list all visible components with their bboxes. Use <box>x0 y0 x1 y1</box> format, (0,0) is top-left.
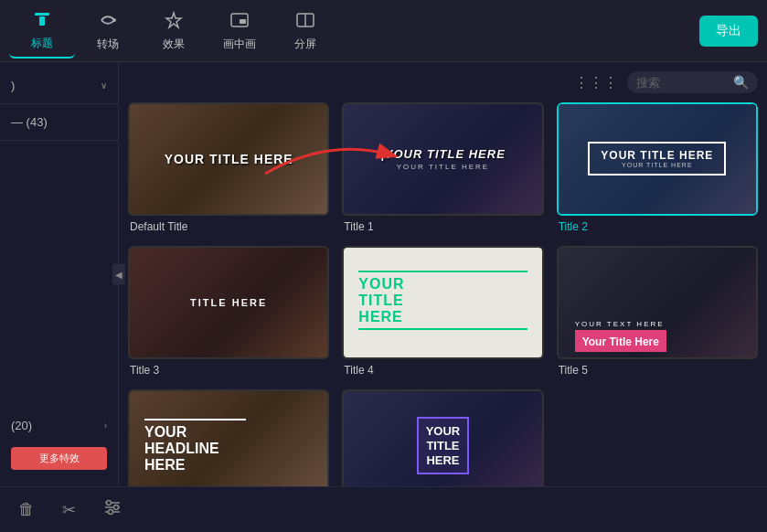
thumb-box-4: YOURTITLEHERE <box>351 263 534 341</box>
sidebar-divider-2 <box>0 140 118 141</box>
thumb-text-5: Your Title Here <box>582 335 659 348</box>
sidebar-section-1[interactable]: ) ∨ <box>0 71 118 100</box>
card-label-1: Title 1 <box>342 220 543 233</box>
thumb-toptext-5: YOUR TEXT HERE <box>575 320 665 328</box>
export-button[interactable]: 导出 <box>699 16 758 47</box>
title-card-5[interactable]: YOUR TEXT HERE Your Title Here Title 5 <box>557 246 758 377</box>
thumb-line-4b <box>358 328 527 330</box>
main-area: ) ∨ — (43) (20) › 更多特效 ◀ ⋮⋮⋮ 🔍 <box>0 62 767 486</box>
search-icon[interactable]: 🔍 <box>733 75 749 90</box>
thumb-line-6 <box>144 419 246 420</box>
title-card-6[interactable]: YOURHEADLINEHERE <box>128 389 329 486</box>
thumb-overlay-6: YOURHEADLINEHERE <box>130 391 327 486</box>
thumb-subtext-1: YOUR TITLE HERE <box>397 163 489 171</box>
svg-rect-1 <box>39 16 45 26</box>
thumb-text-3: TITLE HERE <box>190 297 267 308</box>
bottom-bar: 🗑 ✂ <box>0 486 767 532</box>
thumb-text-7: YOURTITLEHERE <box>426 424 461 467</box>
toolbar-effect[interactable]: 效果 <box>141 4 207 59</box>
thumb-box-7: YOURTITLEHERE <box>417 417 470 474</box>
svg-point-12 <box>107 501 112 505</box>
thumb-overlay-7: YOURTITLEHERE <box>344 391 541 486</box>
search-input[interactable] <box>636 76 728 90</box>
title-card-3[interactable]: TITLE HERE Title 3 <box>128 246 329 377</box>
volume-handle[interactable]: ◀ <box>112 264 125 285</box>
thumb-overlay-2: YOUR TITLE HERE YOUR TITLE HERE <box>559 104 756 214</box>
thumb-overlay-1: |YOUR TITLE HERE YOUR TITLE HERE <box>344 104 541 214</box>
thumb-text-1: |YOUR TITLE HERE <box>380 147 506 161</box>
content-header: ⋮⋮⋮ 🔍 <box>128 71 758 93</box>
toolbar-effect-label: 效果 <box>163 37 185 52</box>
card-label-4: Title 4 <box>342 364 543 377</box>
more-effects-button[interactable]: 更多特效 <box>11 447 107 470</box>
delete-button[interactable]: 🗑 <box>18 500 35 519</box>
thumb-text-6: YOURHEADLINEHERE <box>144 424 219 473</box>
thumb-line-4 <box>358 271 527 272</box>
thumb-subtext-2: YOUR TITLE HERE <box>622 162 693 168</box>
card-label-3: Title 3 <box>128 364 329 377</box>
toolbar-pip-label: 画中画 <box>223 37 256 52</box>
title-card-default[interactable]: YOUR TITLE HERE Default Title <box>128 102 329 233</box>
title-icon <box>32 9 52 32</box>
card-label-2: Title 2 <box>557 220 758 233</box>
svg-rect-5 <box>240 19 246 24</box>
toolbar-transition[interactable]: 转场 <box>75 4 141 59</box>
sidebar-section-2[interactable]: — (43) <box>0 108 118 136</box>
thumb-overlay-5: YOUR TEXT HERE Your Title Here <box>559 248 756 357</box>
svg-point-13 <box>114 505 119 510</box>
toolbar-pip[interactable]: 画中画 <box>207 4 272 59</box>
sidebar-divider-1 <box>0 103 118 104</box>
thumb-text-2: YOUR TITLE HERE <box>601 149 713 162</box>
pip-icon <box>229 10 250 33</box>
grid-view-icon[interactable]: ⋮⋮⋮ <box>574 74 618 91</box>
top-toolbar: 标题 转场 效果 画中画 <box>0 0 767 62</box>
svg-rect-0 <box>35 13 49 16</box>
search-bar: 🔍 <box>627 71 758 93</box>
settings-button[interactable] <box>103 498 122 521</box>
thumb-box-2: YOUR TITLE HERE YOUR TITLE HERE <box>588 142 726 176</box>
titles-grid: YOUR TITLE HERE Default Title |YOUR TITL… <box>128 102 758 486</box>
card-label-5: Title 5 <box>557 364 758 377</box>
thumb-bar-5: Your Title Here <box>575 330 666 352</box>
title-card-1[interactable]: |YOUR TITLE HERE YOUR TITLE HERE Title 1 <box>342 102 543 233</box>
toolbar-split[interactable]: 分屏 <box>272 4 338 59</box>
card-label-default: Default Title <box>128 220 329 233</box>
cut-button[interactable]: ✂ <box>62 500 76 520</box>
thumb-text-default: YOUR TITLE HERE <box>165 152 293 166</box>
title-card-4[interactable]: YOURTITLEHERE Title 4 <box>342 246 543 377</box>
thumb-box-5: YOUR TEXT HERE Your Title Here <box>566 320 666 352</box>
split-icon <box>295 10 315 33</box>
thumb-overlay-4: YOURTITLEHERE <box>344 248 541 357</box>
toolbar-split-label: 分屏 <box>294 37 316 52</box>
toolbar-title-label: 标题 <box>31 36 53 51</box>
svg-point-2 <box>112 18 116 22</box>
thumb-box-6: YOURHEADLINEHERE <box>137 411 320 481</box>
toolbar-title[interactable]: 标题 <box>9 4 75 59</box>
svg-marker-3 <box>166 13 181 27</box>
effect-icon <box>164 10 184 33</box>
title-card-7[interactable]: YOURTITLEHERE <box>342 389 543 486</box>
transition-icon <box>98 10 118 33</box>
svg-point-14 <box>109 510 113 515</box>
toolbar-transition-label: 转场 <box>97 37 119 52</box>
thumb-overlay-3: TITLE HERE <box>130 248 327 357</box>
sidebar-section-3[interactable]: (20) › <box>0 411 118 440</box>
sidebar: ) ∨ — (43) (20) › 更多特效 ◀ <box>0 62 119 486</box>
thumb-text-4: YOURTITLEHERE <box>358 276 404 325</box>
title-card-2[interactable]: YOUR TITLE HERE YOUR TITLE HERE Title 2 <box>557 102 758 233</box>
thumb-overlay-default: YOUR TITLE HERE <box>130 104 327 214</box>
content-area: ⋮⋮⋮ 🔍 YOUR TITLE HERE Default Title <box>119 62 767 486</box>
